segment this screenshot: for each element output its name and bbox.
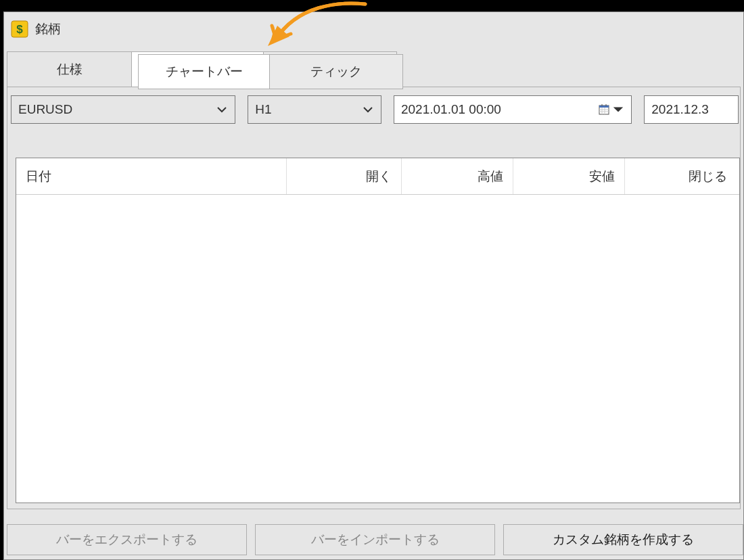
col-close-label: 閉じる: [689, 168, 727, 185]
svg-text:$: $: [16, 23, 23, 36]
app-dollar-icon: $: [11, 20, 28, 38]
chevron-down-icon: [362, 103, 374, 116]
highlighted-tabs-overlay: チャートバー ティック: [138, 54, 403, 89]
window-title: 銘柄: [35, 20, 61, 38]
create-custom-symbol-button[interactable]: カスタム銘柄を作成する: [503, 524, 743, 555]
symbol-combobox[interactable]: EURUSD: [11, 95, 235, 124]
calendar-dropdown-icon: [599, 103, 624, 116]
filter-row: EURUSD H1 2021.01.01 00:00: [9, 93, 740, 126]
tab-spec[interactable]: 仕様: [7, 51, 132, 87]
date-to-picker[interactable]: 2021.12.3: [644, 95, 739, 124]
bottom-button-row: バーをエクスポートする バーをインポートする カスタム銘柄を作成する: [7, 523, 743, 557]
create-label: カスタム銘柄を作成する: [553, 531, 694, 549]
import-bars-button[interactable]: バーをインポートする: [255, 524, 495, 555]
col-high-label: 高値: [478, 168, 503, 185]
tab-spec-label: 仕様: [57, 61, 83, 78]
col-low-label: 安値: [589, 168, 615, 185]
tab-chart-label-overlay: チャートバー: [166, 63, 243, 80]
titlebar: $ 銘柄: [4, 12, 743, 46]
column-header-low[interactable]: 安値: [513, 158, 625, 194]
tab-tick-label-overlay: ティック: [310, 63, 362, 80]
tab-content: EURUSD H1 2021.01.01 00:00: [7, 87, 741, 509]
period-value: H1: [255, 102, 271, 117]
symbols-window: $ 銘柄 仕様 チャートバー ティック EURUSD H1: [3, 11, 744, 560]
column-header-high[interactable]: 高値: [402, 158, 513, 194]
tab-ticks-overlay[interactable]: ティック: [270, 54, 403, 89]
column-header-open[interactable]: 開く: [287, 158, 402, 194]
col-open-label: 開く: [366, 168, 392, 185]
symbol-value: EURUSD: [18, 102, 72, 117]
export-bars-button[interactable]: バーをエクスポートする: [7, 524, 247, 555]
svg-rect-5: [599, 106, 609, 108]
date-to-value: 2021.12.3: [651, 102, 709, 117]
column-header-date[interactable]: 日付: [16, 158, 287, 194]
period-combobox[interactable]: H1: [248, 95, 381, 124]
bars-table: 日付 開く 高値 安値 閉じる: [16, 158, 740, 503]
export-label: バーをエクスポートする: [56, 531, 197, 549]
column-header-close[interactable]: 閉じる: [625, 158, 737, 194]
col-date-label: 日付: [26, 168, 51, 185]
date-from-picker[interactable]: 2021.01.01 00:00: [394, 95, 632, 124]
tab-chart-bars-overlay[interactable]: チャートバー: [138, 54, 270, 89]
date-from-value: 2021.01.01 00:00: [401, 102, 501, 117]
chevron-down-icon: [216, 103, 228, 116]
table-header: 日付 開く 高値 安値 閉じる: [16, 158, 739, 195]
import-label: バーをインポートする: [311, 531, 440, 549]
